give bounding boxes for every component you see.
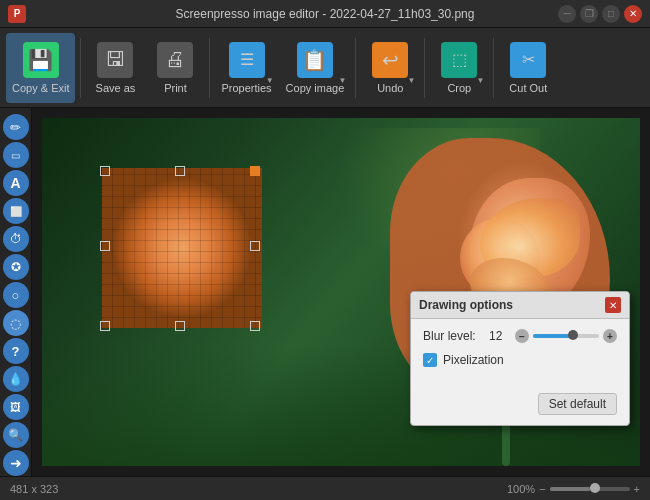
sidebar-zoom[interactable]: 🔍 [3, 422, 29, 448]
copy-image-icon: 📋 [297, 42, 333, 78]
maximize-button[interactable]: □ [602, 5, 620, 23]
selection-handle-mr[interactable] [250, 241, 260, 251]
blur-value: 12 [489, 329, 509, 343]
toolbar-save-as[interactable]: 🖫 Save as [86, 33, 144, 103]
zoom-slider-thumb[interactable] [590, 483, 600, 493]
drawing-options-dialog: Drawing options ✕ Blur level: 12 − [410, 291, 630, 426]
dialog-close-button[interactable]: ✕ [605, 297, 621, 313]
toolbar-separator-4 [424, 38, 425, 98]
crop-dropdown-arrow: ▼ [476, 76, 484, 85]
pixelated-rose [102, 168, 262, 328]
restore-button[interactable]: ❐ [580, 5, 598, 23]
selection-handle-br[interactable] [250, 321, 260, 331]
sidebar-ellipse[interactable]: ○ [3, 282, 29, 308]
sidebar-question[interactable]: ? [3, 338, 29, 364]
toolbar-separator-1 [80, 38, 81, 98]
zoom-plus[interactable]: + [634, 483, 640, 495]
undo-icon: ↩ [372, 42, 408, 78]
minimize-button[interactable]: ─ [558, 5, 576, 23]
selection-handle-bl[interactable] [100, 321, 110, 331]
copy-exit-label: Copy & Exit [12, 82, 69, 94]
properties-dropdown-arrow: ▼ [266, 76, 274, 85]
app-logo: P [8, 5, 26, 23]
selection-handle-bc[interactable] [175, 321, 185, 331]
save-as-icon: 🖫 [97, 42, 133, 78]
canvas-area[interactable]: Drawing options ✕ Blur level: 12 − [32, 108, 650, 476]
undo-dropdown-arrow: ▼ [407, 76, 415, 85]
blur-label: Blur level: [423, 329, 483, 343]
zoom-level: 100% [507, 483, 535, 495]
properties-icon: ☰ [229, 42, 265, 78]
crop-label: Crop [447, 82, 471, 94]
sidebar: ✏ ▭ A ⬜ ⏱ ✪ ○ ◌ ? 💧 🖼 🔍 ➜ [0, 108, 32, 476]
dialog-title: Drawing options [419, 298, 513, 312]
selection-handle-tl[interactable] [100, 166, 110, 176]
cut-out-label: Cut Out [509, 82, 547, 94]
selection-handle-ml[interactable] [100, 241, 110, 251]
sidebar-callout[interactable]: ⬜ [3, 198, 29, 224]
sidebar-paint[interactable]: 💧 [3, 366, 29, 392]
set-default-button[interactable]: Set default [538, 393, 617, 415]
toolbar-crop[interactable]: ⬚ Crop ▼ [430, 33, 488, 103]
sidebar-arrow[interactable]: ➜ [3, 450, 29, 476]
sidebar-image[interactable]: 🖼 [3, 394, 29, 420]
copy-image-dropdown-arrow: ▼ [338, 76, 346, 85]
cut-out-icon: ✂ [510, 42, 546, 78]
properties-label: Properties [221, 82, 271, 94]
zoom-slider[interactable] [550, 487, 630, 491]
toolbar-separator-5 [493, 38, 494, 98]
selection-handle-tr[interactable] [250, 166, 260, 176]
main-area: ✏ ▭ A ⬜ ⏱ ✪ ○ ◌ ? 💧 🖼 🔍 ➜ [0, 108, 650, 476]
sidebar-stamp[interactable]: ✪ [3, 254, 29, 280]
blur-slider-plus[interactable]: + [603, 329, 617, 343]
pixelization-row: ✓ Pixelization [423, 353, 617, 367]
copy-image-label: Copy image [286, 82, 345, 94]
toolbar-separator-3 [355, 38, 356, 98]
dialog-body: Blur level: 12 − + ✓ Pix [411, 319, 629, 387]
statusbar: 481 x 323 100% − + [0, 476, 650, 500]
save-as-label: Save as [96, 82, 136, 94]
toolbar-copy-image[interactable]: 📋 Copy image ▼ [280, 33, 351, 103]
pixelization-checkbox[interactable]: ✓ [423, 353, 437, 367]
print-label: Print [164, 82, 187, 94]
toolbar-undo[interactable]: ↩ Undo ▼ [361, 33, 419, 103]
toolbar-print[interactable]: 🖨 Print [146, 33, 204, 103]
crop-icon: ⬚ [441, 42, 477, 78]
dialog-titlebar: Drawing options ✕ [411, 292, 629, 319]
toolbar-separator-2 [209, 38, 210, 98]
zoom-controls: 100% − + [507, 483, 640, 495]
blur-row: Blur level: 12 − + [423, 329, 617, 343]
toolbar-cut-out[interactable]: ✂ Cut Out [499, 33, 557, 103]
window-controls: ─ ❐ □ ✕ [558, 5, 642, 23]
blur-slider-track[interactable] [533, 334, 599, 338]
sidebar-blur[interactable]: ◌ [3, 310, 29, 336]
title-text: Screenpresso image editor - 2022-04-27_1… [0, 7, 650, 21]
image-container: Drawing options ✕ Blur level: 12 − [42, 118, 640, 466]
blur-slider-container: − + [515, 329, 617, 343]
blur-slider-thumb[interactable] [568, 330, 578, 340]
copy-exit-icon: 💾 [23, 42, 59, 78]
zoom-slider-fill [550, 487, 590, 491]
blur-slider-minus[interactable]: − [515, 329, 529, 343]
sidebar-timer[interactable]: ⏱ [3, 226, 29, 252]
selection-handle-tc[interactable] [175, 166, 185, 176]
sidebar-text[interactable]: A [3, 170, 29, 196]
title-bar: P Screenpresso image editor - 2022-04-27… [0, 0, 650, 28]
zoom-minus[interactable]: − [539, 483, 545, 495]
dialog-footer: Set default [411, 387, 629, 425]
print-icon: 🖨 [157, 42, 193, 78]
toolbar-copy-exit[interactable]: 💾 Copy & Exit [6, 33, 75, 103]
sidebar-rectangle[interactable]: ▭ [3, 142, 29, 168]
sidebar-pencil[interactable]: ✏ [3, 114, 29, 140]
image-dimensions: 481 x 323 [10, 483, 58, 495]
toolbar-properties[interactable]: ☰ Properties ▼ [215, 33, 277, 103]
blur-slider-fill [533, 334, 573, 338]
pixelization-label: Pixelization [443, 353, 504, 367]
undo-label: Undo [377, 82, 403, 94]
toolbar: 💾 Copy & Exit 🖫 Save as 🖨 Print ☰ Proper… [0, 28, 650, 108]
close-button[interactable]: ✕ [624, 5, 642, 23]
